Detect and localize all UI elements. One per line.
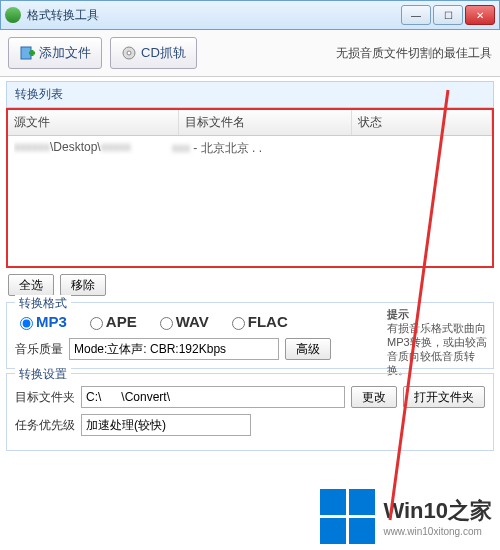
settings-group: 转换设置 目标文件夹 更改 打开文件夹 任务优先级	[6, 373, 494, 451]
add-file-icon	[19, 45, 35, 61]
window-title: 格式转换工具	[27, 7, 399, 24]
titlebar: 格式转换工具 — ☐ ✕	[0, 0, 500, 30]
app-subtitle: 无损音质文件切割的最佳工具	[336, 45, 492, 62]
minimize-button[interactable]: —	[401, 5, 431, 25]
radio-flac[interactable]: FLAC	[227, 313, 288, 330]
radio-mp3[interactable]: MP3	[15, 313, 67, 330]
list-body[interactable]: xxxxxx\Desktop\xxxxx xxx - 北京北京 . .	[8, 136, 492, 266]
add-file-label: 添加文件	[39, 44, 91, 62]
col-status[interactable]: 状态	[352, 110, 492, 135]
windows-logo-icon	[320, 489, 375, 544]
conversion-list: 源文件 目标文件名 状态 xxxxxx\Desktop\xxxxx xxx - …	[6, 110, 494, 268]
svg-point-4	[127, 51, 131, 55]
list-header: 源文件 目标文件名 状态	[8, 110, 492, 136]
quality-select[interactable]	[69, 338, 279, 360]
maximize-button[interactable]: ☐	[433, 5, 463, 25]
app-window: 格式转换工具 — ☐ ✕ 添加文件 CD抓轨 无损音质文件切割的最佳工具 转换列…	[0, 0, 500, 550]
col-target[interactable]: 目标文件名	[179, 110, 352, 135]
tip-title: 提示	[387, 308, 409, 320]
priority-select[interactable]	[81, 414, 251, 436]
format-group-title: 转换格式	[15, 295, 71, 312]
radio-wav[interactable]: WAV	[155, 313, 209, 330]
add-file-button[interactable]: 添加文件	[8, 37, 102, 69]
tip-body: 有损音乐格式歌曲向MP3转换，或由较高音质向较低音质转换。	[387, 322, 487, 376]
target-folder-label: 目标文件夹	[15, 389, 75, 406]
app-icon	[5, 7, 21, 23]
target-folder-input[interactable]	[81, 386, 345, 408]
row-target: - 北京北京 . .	[193, 141, 262, 155]
row-source: \Desktop\	[50, 140, 101, 154]
quality-label: 音乐质量	[15, 341, 63, 358]
list-actions: 全选 移除	[8, 274, 492, 296]
select-all-button[interactable]: 全选	[8, 274, 54, 296]
toolbar: 添加文件 CD抓轨 无损音质文件切割的最佳工具	[0, 30, 500, 77]
row-status	[332, 140, 486, 157]
cd-grab-button[interactable]: CD抓轨	[110, 37, 197, 69]
settings-group-title: 转换设置	[15, 366, 71, 383]
cd-icon	[121, 45, 137, 61]
priority-label: 任务优先级	[15, 417, 75, 434]
remove-button[interactable]: 移除	[60, 274, 106, 296]
watermark: Win10之家 www.win10xitong.com	[320, 489, 492, 544]
watermark-url: www.win10xitong.com	[383, 526, 481, 537]
list-section-title: 转换列表	[6, 81, 494, 108]
format-tip: 提示 有损音乐格式歌曲向MP3转换，或由较高音质向较低音质转换。	[387, 307, 487, 377]
cd-grab-label: CD抓轨	[141, 44, 186, 62]
col-source[interactable]: 源文件	[8, 110, 179, 135]
format-group: 转换格式 MP3 APE WAV FLAC 提示 有损音乐格式歌曲向MP3转换，…	[6, 302, 494, 369]
open-folder-button[interactable]: 打开文件夹	[403, 386, 485, 408]
table-row[interactable]: xxxxxx\Desktop\xxxxx xxx - 北京北京 . .	[8, 136, 492, 161]
radio-ape[interactable]: APE	[85, 313, 137, 330]
advanced-button[interactable]: 高级	[285, 338, 331, 360]
close-button[interactable]: ✕	[465, 5, 495, 25]
change-folder-button[interactable]: 更改	[351, 386, 397, 408]
watermark-title: Win10之家	[383, 496, 492, 526]
